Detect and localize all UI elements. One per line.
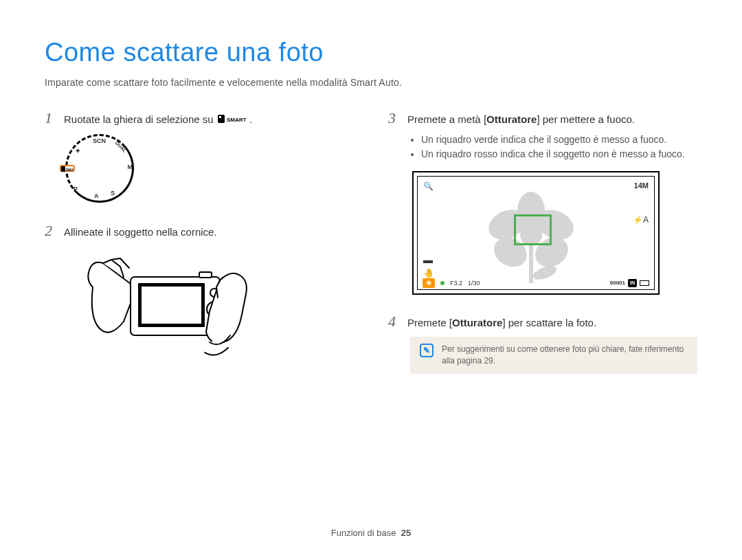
page-title: Come scattare una foto — [45, 34, 697, 71]
step1-after: . — [249, 113, 252, 125]
step-number: 2 — [45, 223, 56, 238]
content-columns: 1 Ruotate la ghiera di selezione su SMAR… — [45, 111, 697, 391]
left-column: 1 Ruotate la ghiera di selezione su SMAR… — [45, 111, 354, 391]
svg-rect-12 — [199, 272, 212, 278]
step-text: Allineate il soggetto nella cornice. — [64, 223, 217, 239]
display-bottom-strip: ❀ F3.2 1/30 00001 IN — [418, 278, 653, 289]
dial-label-scn: SCN — [93, 137, 106, 146]
svg-rect-7 — [141, 286, 202, 324]
smart-mode-icon: SMART — [218, 113, 248, 127]
footer-section: Funzioni di base — [331, 528, 396, 538]
zoom-indicator-icon: 🔍 — [423, 181, 434, 192]
step-number: 1 — [45, 111, 56, 126]
dial-label-a: A — [94, 192, 99, 201]
focus-confirm-dot — [440, 281, 445, 285]
focus-rectangle — [514, 214, 552, 245]
mode-dial-illustration: SMART SCN DUAL M S A P ✦ — [65, 134, 354, 203]
resolution-indicator: 14M — [634, 181, 649, 191]
dial-smart-pointer: SMART — [60, 165, 75, 172]
storage-indicator: IN — [628, 279, 637, 287]
step-text: Premete [Otturatore] per scattare la fot… — [407, 314, 596, 330]
note-icon: ✎ — [420, 344, 434, 357]
battery-small-icon: ▬ — [423, 254, 433, 267]
aperture-value: F3.2 — [450, 279, 462, 288]
focus-bullets: Un riquadro verde indica che il soggetto… — [421, 133, 697, 161]
battery-icon — [640, 280, 649, 286]
camera-display-illustration: 🔍 14M ⚡A ▬ 🤚 ❀ F3.2 1/30 00001 IN — [412, 171, 697, 295]
step-2: 2 Allineate il soggetto nella cornice. — [45, 223, 354, 239]
step1-before: Ruotate la ghiera di selezione su — [64, 113, 216, 125]
svg-rect-3 — [61, 166, 65, 172]
shutter-value: 1/30 — [468, 279, 480, 288]
svg-rect-1 — [219, 116, 221, 118]
step4-after: ] per scattare la foto. — [502, 317, 596, 328]
step-text: Premete a metà [Otturatore] per mettere … — [407, 111, 635, 126]
dial-label-star: ✦ — [75, 146, 80, 156]
flash-indicator-icon: ⚡A — [633, 214, 649, 226]
step4-before: Premete [ — [407, 317, 452, 328]
step4-bold: Otturatore — [452, 317, 502, 328]
dial-label-m: M — [128, 163, 133, 172]
step3-bold: Otturatore — [486, 113, 537, 125]
camera-hold-illustration — [82, 246, 354, 370]
svg-text:SMART: SMART — [227, 117, 247, 123]
bullet-green: Un riquadro verde indica che il soggetto… — [421, 133, 697, 147]
shot-counter: 00001 — [610, 279, 625, 287]
dial-label-s: S — [111, 189, 115, 198]
dial-label-p: P — [74, 185, 78, 194]
step-1: 1 Ruotate la ghiera di selezione su SMAR… — [45, 111, 354, 128]
svg-rect-0 — [218, 115, 225, 123]
page-subtitle: Imparate come scattare foto facilmente e… — [45, 76, 697, 90]
step-number: 4 — [388, 314, 399, 329]
page-footer: Funzioni di base 25 — [0, 527, 742, 539]
step-3: 3 Premete a metà [Otturatore] per metter… — [388, 111, 697, 126]
note-text: Per suggerimenti su come ottenere foto p… — [442, 344, 688, 367]
step3-before: Premete a metà [ — [407, 113, 486, 125]
footer-page-number: 25 — [401, 528, 411, 538]
step-number: 3 — [388, 111, 399, 126]
tip-note-box: ✎ Per suggerimenti su come ottenere foto… — [410, 337, 697, 374]
bullet-red: Un riquadro rosso indica che il soggetto… — [421, 148, 697, 161]
svg-text:SMART: SMART — [66, 168, 74, 172]
step-text: Ruotate la ghiera di selezione su SMART. — [64, 111, 252, 128]
step3-after: ] per mettere a fuoco. — [537, 113, 635, 125]
macro-icon: ❀ — [423, 278, 435, 288]
step-4: 4 Premete [Otturatore] per scattare la f… — [388, 314, 697, 330]
right-column: 3 Premete a metà [Otturatore] per metter… — [388, 111, 697, 391]
